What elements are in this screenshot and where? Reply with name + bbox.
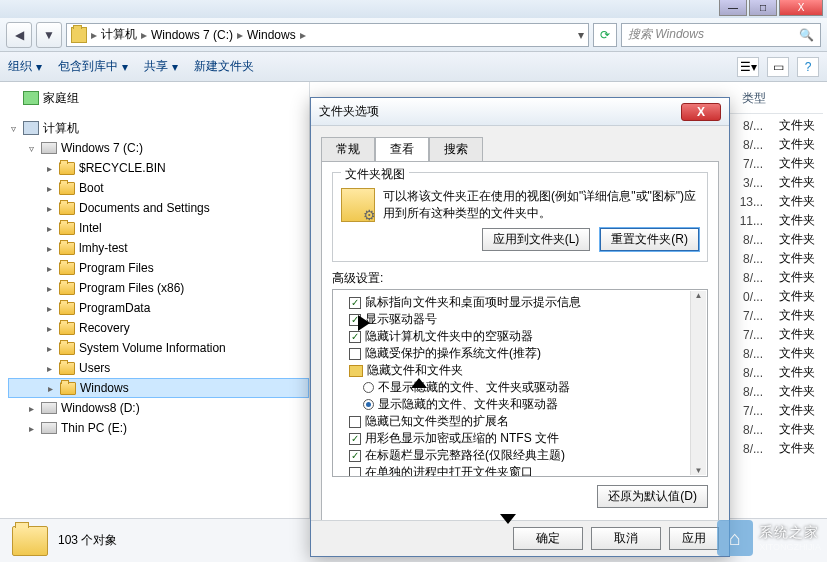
include-menu[interactable]: 包含到库中 ▾: [58, 58, 128, 75]
adv-radio-item[interactable]: 不显示隐藏的文件、文件夹或驱动器: [335, 379, 705, 396]
breadcrumb-drive[interactable]: Windows 7 (C:): [151, 28, 233, 42]
adv-checkbox-item[interactable]: 隐藏受保护的操作系统文件(推荐): [335, 345, 705, 362]
folder-icon: [59, 342, 75, 355]
tree-computer[interactable]: ▿计算机: [8, 118, 309, 138]
dialog-title: 文件夹选项: [319, 103, 379, 120]
minimize-button[interactable]: —: [719, 0, 747, 16]
organize-menu[interactable]: 组织 ▾: [8, 58, 42, 75]
folder-icon: [59, 362, 75, 375]
checkbox-icon[interactable]: ✓: [349, 331, 361, 343]
search-input[interactable]: 搜索 Windows 🔍: [621, 23, 821, 47]
tree-folder[interactable]: ▸Boot: [8, 178, 309, 198]
tree-drive-c[interactable]: ▿Windows 7 (C:): [8, 138, 309, 158]
folder-icon: [59, 262, 75, 275]
scrollbar[interactable]: [690, 291, 706, 475]
tree-folder[interactable]: ▸ProgramData: [8, 298, 309, 318]
preview-pane-button[interactable]: ▭: [767, 57, 789, 77]
tree-folder[interactable]: ▸Recovery: [8, 318, 309, 338]
folder-icon: [59, 182, 75, 195]
back-button[interactable]: ◀: [6, 22, 32, 48]
chevron-right-icon[interactable]: ▸: [237, 28, 243, 42]
folder-icon: [59, 242, 75, 255]
adv-checkbox-item[interactable]: ✓隐藏计算机文件夹中的空驱动器: [335, 328, 705, 345]
forward-button[interactable]: ▼: [36, 22, 62, 48]
checkbox-icon[interactable]: [349, 348, 361, 360]
new-folder-button[interactable]: 新建文件夹: [194, 58, 254, 75]
status-count: 103 个对象: [58, 532, 117, 549]
adv-radio-item[interactable]: 显示隐藏的文件、文件夹和驱动器: [335, 396, 705, 413]
adv-checkbox-item[interactable]: ✓用彩色显示加密或压缩的 NTFS 文件: [335, 430, 705, 447]
folder-icon: [12, 526, 48, 556]
tree-drive-e[interactable]: ▸Thin PC (E:): [8, 418, 309, 438]
tree-folder[interactable]: ▸Intel: [8, 218, 309, 238]
tree-folder[interactable]: ▸Documents and Settings: [8, 198, 309, 218]
adv-checkbox-item[interactable]: ✓鼠标指向文件夹和桌面项时显示提示信息: [335, 294, 705, 311]
advanced-label: 高级设置:: [332, 270, 708, 287]
adv-checkbox-item[interactable]: 隐藏已知文件类型的扩展名: [335, 413, 705, 430]
folder-icon: [71, 27, 87, 43]
checkbox-icon[interactable]: [349, 416, 361, 428]
tree-homegroup[interactable]: 家庭组: [8, 88, 309, 108]
chevron-right-icon[interactable]: ▸: [91, 28, 97, 42]
toolbar: 组织 ▾ 包含到库中 ▾ 共享 ▾ 新建文件夹 ☰ ▾ ▭ ?: [0, 52, 827, 82]
checkbox-icon[interactable]: ✓: [349, 297, 361, 309]
dialog-titlebar[interactable]: 文件夹选项 X: [311, 98, 729, 126]
tree-folder[interactable]: ▸System Volume Information: [8, 338, 309, 358]
apply-button[interactable]: 应用: [669, 527, 719, 550]
checkbox-icon[interactable]: ✓: [349, 314, 361, 326]
dialog-close-button[interactable]: X: [681, 103, 721, 121]
address-dropdown-icon[interactable]: ▾: [578, 28, 584, 42]
nav-tree[interactable]: 家庭组 ▿计算机 ▿Windows 7 (C:) ▸$RECYCLE.BIN▸B…: [0, 82, 310, 562]
tree-folder[interactable]: ▸Users: [8, 358, 309, 378]
search-icon[interactable]: 🔍: [799, 28, 814, 42]
folder-view-icon: [341, 188, 375, 222]
folder-icon: [59, 162, 75, 175]
tab-view[interactable]: 查看: [375, 137, 429, 162]
chevron-right-icon[interactable]: ▸: [300, 28, 306, 42]
tab-general[interactable]: 常规: [321, 137, 375, 162]
breadcrumb-windows[interactable]: Windows: [247, 28, 296, 42]
folder-icon: [59, 322, 75, 335]
folder-icon: [59, 202, 75, 215]
breadcrumb-computer[interactable]: 计算机: [101, 26, 137, 43]
tree-folder[interactable]: ▸$RECYCLE.BIN: [8, 158, 309, 178]
folder-options-dialog: 文件夹选项 X 常规 查看 搜索 文件夹视图 可以将该文件夹正在使用的视图(例如…: [310, 97, 730, 557]
watermark: ⌂ 系统之家 XITONGZHIJIA: [717, 520, 821, 556]
column-type[interactable]: 类型: [742, 90, 766, 107]
folder-icon: [59, 222, 75, 235]
homegroup-icon: [23, 91, 39, 105]
checkbox-icon[interactable]: ✓: [349, 433, 361, 445]
watermark-brand: 系统之家: [759, 524, 821, 542]
tab-search[interactable]: 搜索: [429, 137, 483, 162]
view-mode-button[interactable]: ☰ ▾: [737, 57, 759, 77]
advanced-settings-list[interactable]: ✓鼠标指向文件夹和桌面项时显示提示信息✓显示驱动器号✓隐藏计算机文件夹中的空驱动…: [332, 289, 708, 477]
adv-checkbox-item[interactable]: ✓显示驱动器号: [335, 311, 705, 328]
folder-view-group: 文件夹视图 可以将该文件夹正在使用的视图(例如"详细信息"或"图标")应用到所有…: [332, 172, 708, 262]
checkbox-icon[interactable]: ✓: [349, 450, 361, 462]
adv-checkbox-item[interactable]: ✓在标题栏显示完整路径(仅限经典主题): [335, 447, 705, 464]
radio-icon[interactable]: [363, 382, 374, 393]
close-button[interactable]: X: [779, 0, 823, 16]
tree-folder[interactable]: ▸Program Files (x86): [8, 278, 309, 298]
reset-folders-button[interactable]: 重置文件夹(R): [600, 228, 699, 251]
ok-button[interactable]: 确定: [513, 527, 583, 550]
refresh-button[interactable]: ⟳: [593, 23, 617, 47]
tree-folder[interactable]: ▸lmhy-test: [8, 238, 309, 258]
tree-folder[interactable]: ▸Windows: [8, 378, 309, 398]
cancel-button[interactable]: 取消: [591, 527, 661, 550]
maximize-button[interactable]: □: [749, 0, 777, 16]
help-button[interactable]: ?: [797, 57, 819, 77]
chevron-right-icon[interactable]: ▸: [141, 28, 147, 42]
adv-checkbox-item[interactable]: 在单独的进程中打开文件夹窗口: [335, 464, 705, 477]
checkbox-icon[interactable]: [349, 467, 361, 478]
tree-folder[interactable]: ▸Program Files: [8, 258, 309, 278]
watermark-sub: XITONGZHIJIA: [759, 542, 821, 552]
window-titlebar: — □ X: [0, 0, 827, 18]
folder-icon: [60, 382, 76, 395]
apply-to-folders-button[interactable]: 应用到文件夹(L): [482, 228, 591, 251]
radio-icon[interactable]: [363, 399, 374, 410]
share-menu[interactable]: 共享 ▾: [144, 58, 178, 75]
tree-drive-d[interactable]: ▸Windows8 (D:): [8, 398, 309, 418]
address-bar[interactable]: ▸ 计算机 ▸ Windows 7 (C:) ▸ Windows ▸ ▾: [66, 23, 589, 47]
restore-defaults-button[interactable]: 还原为默认值(D): [597, 485, 708, 508]
